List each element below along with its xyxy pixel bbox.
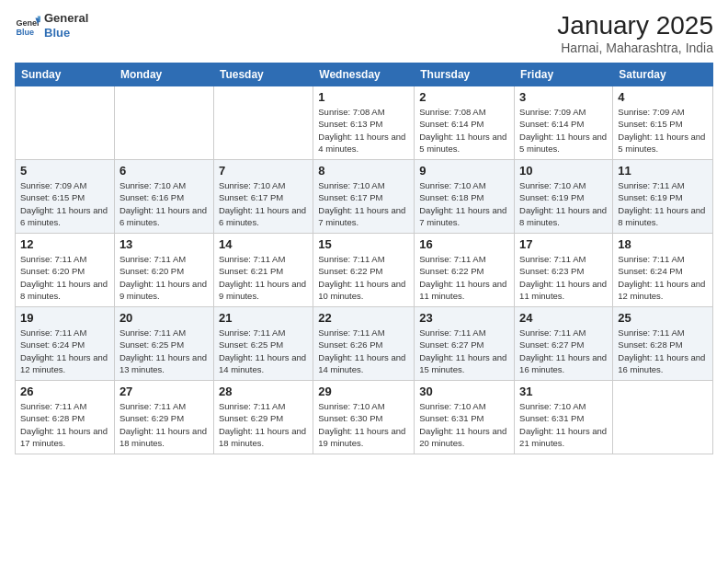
day-info: Sunrise: 7:11 AMSunset: 6:20 PMDaylight:… xyxy=(119,253,209,302)
day-info: Sunrise: 7:11 AMSunset: 6:20 PMDaylight:… xyxy=(20,253,109,302)
col-friday: Friday xyxy=(515,63,613,86)
calendar-cell: 19Sunrise: 7:11 AMSunset: 6:24 PMDayligh… xyxy=(16,307,115,381)
day-number: 21 xyxy=(219,311,308,325)
title-block: January 2025 Harnai, Maharashtra, India xyxy=(557,11,713,55)
calendar-table: Sunday Monday Tuesday Wednesday Thursday… xyxy=(15,63,713,454)
day-number: 29 xyxy=(318,385,409,398)
day-number: 30 xyxy=(419,385,509,398)
calendar-cell xyxy=(114,86,213,160)
calendar-cell: 6Sunrise: 7:10 AMSunset: 6:16 PMDaylight… xyxy=(114,160,213,234)
day-info: Sunrise: 7:09 AMSunset: 6:15 PMDaylight:… xyxy=(618,106,708,155)
calendar-cell: 28Sunrise: 7:11 AMSunset: 6:29 PMDayligh… xyxy=(213,381,313,454)
day-number: 17 xyxy=(519,237,608,251)
day-info: Sunrise: 7:08 AMSunset: 6:14 PMDaylight:… xyxy=(419,106,509,155)
day-info: Sunrise: 7:10 AMSunset: 6:30 PMDaylight:… xyxy=(318,400,409,449)
day-number: 12 xyxy=(20,237,109,251)
month-title: January 2025 xyxy=(557,11,713,40)
day-info: Sunrise: 7:11 AMSunset: 6:22 PMDaylight:… xyxy=(419,253,509,302)
calendar-cell: 5Sunrise: 7:09 AMSunset: 6:15 PMDaylight… xyxy=(16,160,115,234)
day-info: Sunrise: 7:10 AMSunset: 6:31 PMDaylight:… xyxy=(419,400,509,449)
day-number: 9 xyxy=(419,164,509,178)
day-number: 10 xyxy=(519,164,608,178)
calendar-cell: 15Sunrise: 7:11 AMSunset: 6:22 PMDayligh… xyxy=(313,234,415,307)
calendar-header-row: Sunday Monday Tuesday Wednesday Thursday… xyxy=(16,63,713,86)
calendar-week-4: 19Sunrise: 7:11 AMSunset: 6:24 PMDayligh… xyxy=(16,307,713,381)
day-info: Sunrise: 7:10 AMSunset: 6:17 PMDaylight:… xyxy=(219,179,308,228)
calendar-week-2: 5Sunrise: 7:09 AMSunset: 6:15 PMDaylight… xyxy=(16,160,713,234)
page: General Blue General Blue January 2025 H… xyxy=(0,0,728,563)
calendar-cell: 12Sunrise: 7:11 AMSunset: 6:20 PMDayligh… xyxy=(16,234,115,307)
location-subtitle: Harnai, Maharashtra, India xyxy=(557,40,713,55)
calendar-cell: 27Sunrise: 7:11 AMSunset: 6:29 PMDayligh… xyxy=(114,381,213,454)
day-info: Sunrise: 7:10 AMSunset: 6:17 PMDaylight:… xyxy=(318,179,409,228)
calendar-cell: 9Sunrise: 7:10 AMSunset: 6:18 PMDaylight… xyxy=(415,160,515,234)
logo-icon: General Blue xyxy=(15,13,40,39)
calendar-cell: 31Sunrise: 7:10 AMSunset: 6:31 PMDayligh… xyxy=(515,381,613,454)
calendar-cell: 25Sunrise: 7:11 AMSunset: 6:28 PMDayligh… xyxy=(613,307,713,381)
logo: General Blue General Blue xyxy=(15,11,88,40)
logo-blue-text: Blue xyxy=(44,26,88,40)
day-number: 24 xyxy=(519,311,608,325)
day-info: Sunrise: 7:09 AMSunset: 6:14 PMDaylight:… xyxy=(519,106,608,155)
calendar-cell: 13Sunrise: 7:11 AMSunset: 6:20 PMDayligh… xyxy=(114,234,213,307)
day-info: Sunrise: 7:11 AMSunset: 6:25 PMDaylight:… xyxy=(119,327,209,375)
day-number: 22 xyxy=(318,311,409,325)
day-number: 15 xyxy=(318,237,409,251)
day-number: 1 xyxy=(318,90,409,104)
day-info: Sunrise: 7:11 AMSunset: 6:27 PMDaylight:… xyxy=(419,327,509,375)
calendar-cell: 7Sunrise: 7:10 AMSunset: 6:17 PMDaylight… xyxy=(213,160,313,234)
calendar-cell: 16Sunrise: 7:11 AMSunset: 6:22 PMDayligh… xyxy=(415,234,515,307)
calendar-cell: 18Sunrise: 7:11 AMSunset: 6:24 PMDayligh… xyxy=(613,234,713,307)
calendar-cell: 30Sunrise: 7:10 AMSunset: 6:31 PMDayligh… xyxy=(415,381,515,454)
day-info: Sunrise: 7:09 AMSunset: 6:15 PMDaylight:… xyxy=(20,179,109,228)
day-number: 18 xyxy=(618,237,708,251)
day-info: Sunrise: 7:11 AMSunset: 6:25 PMDaylight:… xyxy=(219,327,308,375)
day-number: 3 xyxy=(519,90,608,104)
day-info: Sunrise: 7:11 AMSunset: 6:22 PMDaylight:… xyxy=(318,253,409,302)
day-info: Sunrise: 7:11 AMSunset: 6:27 PMDaylight:… xyxy=(519,327,608,375)
calendar-cell xyxy=(16,86,115,160)
day-number: 7 xyxy=(219,164,308,178)
calendar-cell: 11Sunrise: 7:11 AMSunset: 6:19 PMDayligh… xyxy=(613,160,713,234)
col-tuesday: Tuesday xyxy=(213,63,313,86)
day-info: Sunrise: 7:08 AMSunset: 6:13 PMDaylight:… xyxy=(318,106,409,155)
calendar-cell xyxy=(213,86,313,160)
day-info: Sunrise: 7:10 AMSunset: 6:31 PMDaylight:… xyxy=(519,400,608,449)
day-info: Sunrise: 7:10 AMSunset: 6:16 PMDaylight:… xyxy=(119,179,209,228)
calendar-cell: 8Sunrise: 7:10 AMSunset: 6:17 PMDaylight… xyxy=(313,160,415,234)
calendar-cell: 4Sunrise: 7:09 AMSunset: 6:15 PMDaylight… xyxy=(613,86,713,160)
day-number: 23 xyxy=(419,311,509,325)
calendar-cell: 23Sunrise: 7:11 AMSunset: 6:27 PMDayligh… xyxy=(415,307,515,381)
day-info: Sunrise: 7:10 AMSunset: 6:19 PMDaylight:… xyxy=(519,179,608,228)
day-number: 13 xyxy=(119,237,209,251)
day-number: 27 xyxy=(119,385,209,398)
calendar-cell: 1Sunrise: 7:08 AMSunset: 6:13 PMDaylight… xyxy=(313,86,415,160)
day-info: Sunrise: 7:11 AMSunset: 6:19 PMDaylight:… xyxy=(618,179,708,228)
logo-general-text: General xyxy=(44,11,88,26)
day-number: 8 xyxy=(318,164,409,178)
col-saturday: Saturday xyxy=(613,63,713,86)
day-info: Sunrise: 7:11 AMSunset: 6:24 PMDaylight:… xyxy=(618,253,708,302)
calendar-cell: 24Sunrise: 7:11 AMSunset: 6:27 PMDayligh… xyxy=(515,307,613,381)
header: General Blue General Blue January 2025 H… xyxy=(15,11,713,55)
day-number: 20 xyxy=(119,311,209,325)
day-number: 11 xyxy=(618,164,708,178)
calendar-cell xyxy=(613,381,713,454)
calendar-cell: 2Sunrise: 7:08 AMSunset: 6:14 PMDaylight… xyxy=(415,86,515,160)
day-number: 28 xyxy=(219,385,308,398)
day-info: Sunrise: 7:11 AMSunset: 6:29 PMDaylight:… xyxy=(119,400,209,449)
day-info: Sunrise: 7:11 AMSunset: 6:21 PMDaylight:… xyxy=(219,253,308,302)
col-sunday: Sunday xyxy=(16,63,115,86)
col-wednesday: Wednesday xyxy=(313,63,415,86)
calendar-cell: 20Sunrise: 7:11 AMSunset: 6:25 PMDayligh… xyxy=(114,307,213,381)
calendar-cell: 21Sunrise: 7:11 AMSunset: 6:25 PMDayligh… xyxy=(213,307,313,381)
day-info: Sunrise: 7:10 AMSunset: 6:18 PMDaylight:… xyxy=(419,179,509,228)
day-number: 14 xyxy=(219,237,308,251)
day-number: 19 xyxy=(20,311,109,325)
calendar-week-5: 26Sunrise: 7:11 AMSunset: 6:28 PMDayligh… xyxy=(16,381,713,454)
day-info: Sunrise: 7:11 AMSunset: 6:28 PMDaylight:… xyxy=(618,327,708,375)
day-number: 25 xyxy=(618,311,708,325)
day-number: 4 xyxy=(618,90,708,104)
col-thursday: Thursday xyxy=(415,63,515,86)
day-info: Sunrise: 7:11 AMSunset: 6:29 PMDaylight:… xyxy=(219,400,308,449)
